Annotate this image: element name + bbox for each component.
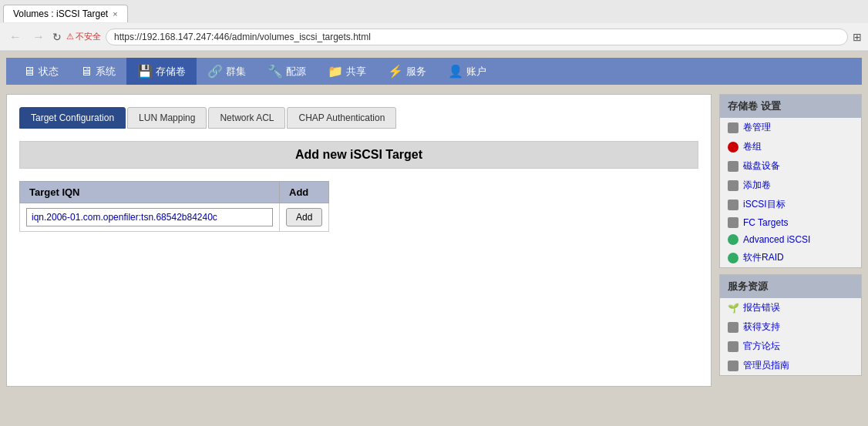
tab-network-acl[interactable]: Network ACL bbox=[208, 107, 285, 129]
nav-item-account[interactable]: 👤 账户 bbox=[437, 58, 497, 85]
software-raid-icon bbox=[728, 253, 738, 263]
add-vol-icon bbox=[728, 180, 738, 191]
sidebar-item-get-support[interactable]: 获得支持 bbox=[720, 317, 861, 337]
address-bar: ← → ↻ ⚠ 不安全 ⊞ bbox=[0, 23, 868, 51]
tab-navigation: Target Configuration LUN Mapping Network… bbox=[19, 107, 698, 129]
col-header-add: Add bbox=[280, 182, 329, 203]
sidebar-section-volumes: 存储卷 设置 卷管理 卷组 磁盘设备 添加卷 bbox=[719, 94, 862, 268]
config-icon: 🔧 bbox=[267, 64, 283, 79]
sidebar-item-vol-group[interactable]: 卷组 bbox=[720, 137, 861, 156]
right-sidebar: 存储卷 设置 卷管理 卷组 磁盘设备 添加卷 bbox=[719, 94, 862, 387]
nav-item-volumes[interactable]: 💾 存储卷 bbox=[126, 58, 197, 85]
tab-title: Volumes : iSCSI Target bbox=[13, 8, 108, 19]
tab-target-config[interactable]: Target Configuration bbox=[19, 107, 126, 129]
sidebar-section1-title: 存储卷 设置 bbox=[720, 95, 861, 118]
nav-item-config[interactable]: 🔧 配源 bbox=[257, 58, 317, 85]
nav-item-system[interactable]: 🖥 系统 bbox=[69, 59, 126, 85]
browser-chrome: Volumes : iSCSI Target × ← → ↻ ⚠ 不安全 ⊞ bbox=[0, 0, 868, 52]
table-row: Add bbox=[20, 203, 329, 232]
account-icon: 👤 bbox=[448, 64, 463, 79]
service-icon: ⚡ bbox=[388, 64, 403, 79]
col-header-iqn: Target IQN bbox=[20, 182, 280, 203]
browser-tab[interactable]: Volumes : iSCSI Target × bbox=[3, 5, 128, 22]
sidebar-item-disk-device[interactable]: 磁盘设备 bbox=[720, 156, 861, 176]
sidebar-item-vol-management[interactable]: 卷管理 bbox=[720, 118, 861, 137]
sidebar-item-report-error[interactable]: 🌱 报告错误 bbox=[720, 298, 861, 317]
add-button[interactable]: Add bbox=[286, 208, 322, 226]
top-navigation: 🖥 状态 🖥 系统 💾 存储卷 🔗 群集 🔧 配源 📁 共享 ⚡ 服务 👤 bbox=[6, 58, 862, 85]
tab-close-btn[interactable]: × bbox=[113, 9, 117, 18]
get-support-icon bbox=[728, 322, 738, 333]
page-icon: ⊞ bbox=[853, 31, 862, 43]
sidebar-item-admin-guide[interactable]: 管理员指南 bbox=[720, 356, 861, 375]
section-header: Add new iSCSI Target bbox=[19, 141, 698, 169]
iqn-table: Target IQN Add Add bbox=[19, 181, 329, 232]
fc-targets-icon bbox=[728, 217, 738, 228]
volumes-icon: 💾 bbox=[137, 64, 153, 79]
page-content: 🖥 状态 🖥 系统 💾 存储卷 🔗 群集 🔧 配源 📁 共享 ⚡ 服务 👤 bbox=[0, 52, 868, 393]
vol-group-icon bbox=[728, 142, 738, 153]
vol-management-icon bbox=[728, 122, 738, 133]
sidebar-item-forum[interactable]: 官方论坛 bbox=[720, 337, 861, 356]
sidebar-item-advanced-iscsi[interactable]: Advanced iSCSI bbox=[720, 231, 861, 248]
nav-item-share[interactable]: 📁 共享 bbox=[317, 58, 377, 85]
cluster-icon: 🔗 bbox=[207, 64, 223, 79]
sidebar-section2-title: 服务资源 bbox=[720, 275, 861, 298]
security-badge: ⚠ 不安全 bbox=[66, 31, 101, 42]
nav-item-service[interactable]: ⚡ 服务 bbox=[377, 58, 437, 85]
sidebar-item-software-raid[interactable]: 软件RAID bbox=[720, 248, 861, 267]
tab-bar: Volumes : iSCSI Target × bbox=[0, 0, 868, 23]
sidebar-item-fc-targets[interactable]: FC Targets bbox=[720, 214, 861, 231]
advanced-iscsi-icon bbox=[728, 234, 738, 245]
disk-device-icon bbox=[728, 161, 738, 172]
back-button[interactable]: ← bbox=[6, 29, 25, 45]
iscsi-icon bbox=[728, 200, 738, 210]
main-layout: Target Configuration LUN Mapping Network… bbox=[6, 94, 862, 387]
sidebar-section-resources: 服务资源 🌱 报告错误 获得支持 官方论坛 管理员指南 bbox=[719, 274, 862, 376]
report-error-icon: 🌱 bbox=[728, 303, 738, 314]
forum-icon bbox=[728, 341, 738, 352]
sidebar-item-iscsi[interactable]: iSCSI目标 bbox=[720, 195, 861, 214]
left-panel: Target Configuration LUN Mapping Network… bbox=[6, 94, 712, 387]
nav-item-cluster[interactable]: 🔗 群集 bbox=[197, 58, 257, 85]
system-icon: 🖥 bbox=[80, 65, 93, 79]
tab-lun-mapping[interactable]: LUN Mapping bbox=[127, 107, 207, 129]
forward-button[interactable]: → bbox=[29, 29, 48, 45]
nav-item-status[interactable]: 🖥 状态 bbox=[12, 59, 69, 85]
address-input[interactable] bbox=[106, 29, 848, 45]
reload-button[interactable]: ↻ bbox=[52, 31, 62, 43]
share-icon: 📁 bbox=[328, 64, 343, 79]
tab-chap-auth[interactable]: CHAP Authentication bbox=[287, 107, 396, 129]
sidebar-item-add-vol[interactable]: 添加卷 bbox=[720, 176, 861, 195]
iqn-cell bbox=[20, 203, 280, 232]
iqn-input[interactable] bbox=[26, 208, 273, 226]
status-icon: 🖥 bbox=[23, 65, 35, 79]
add-cell: Add bbox=[280, 203, 329, 232]
admin-guide-icon bbox=[728, 361, 738, 371]
